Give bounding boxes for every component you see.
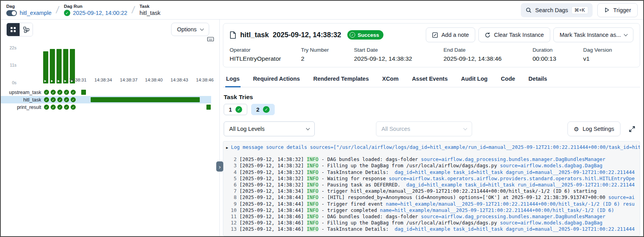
log-link[interactable]: source=ai [608,194,635,200]
success-check-icon[interactable]: ✓ [57,105,62,110]
breadcrumb-separator: / [131,4,135,16]
keyboard-shortcuts-icon[interactable] [207,37,214,42]
log-link[interactable]: source=airflow.task.operators.airflow.pr… [389,175,635,181]
log-link[interactable]: dag_id=hitl_example [394,226,450,232]
success-check-icon[interactable]: ✓ [44,90,49,95]
status-label: Success [358,32,379,38]
meta-label: Try Number [301,47,354,53]
meta-label: Start Date [354,47,443,53]
log-source-select[interactable]: All Sources [376,121,472,136]
log-line: 2[2025-09-12, 14:38:32] INFO - DAG bundl… [223,156,640,163]
log-viewer[interactable]: ▶ Log message source details sources=["/… [223,141,640,236]
log-link[interactable]: source=airflow.dag_processing.bundles.ma… [421,213,606,219]
trigger-button[interactable]: Trigger [597,3,638,17]
task-run-states: ✓✓✓✓✓ [43,90,78,95]
grid-toolbar: Options [1,20,219,36]
mark-task-instance-as-button[interactable]: Mark Task Instance as... [553,27,633,42]
tab-audit-log[interactable]: Audit Log [460,72,489,87]
tab-required-actions[interactable]: Required Actions [252,72,301,87]
gantt-bar[interactable] [91,97,200,102]
success-check-icon[interactable]: ✓ [44,97,49,102]
gantt-bar[interactable] [81,90,86,95]
log-link[interactable]: name=hitl_example/manual__2025-09-12T21:… [386,201,635,207]
success-check-icon[interactable]: ✓ [64,90,69,95]
meta-start-date: Start Date2025-09-12, 14:38:32 [354,47,443,62]
success-check-icon[interactable]: ✓ [51,97,56,102]
dag-pause-toggle[interactable] [6,10,17,16]
success-check-icon[interactable]: ✓ [51,90,56,95]
log-line-number: 13 [226,226,237,232]
meta-end-date: End Date2025-09-12, 14:38:46 [443,47,533,62]
log-link[interactable]: dagrun_id=manual__2025-09-12T21:00:22.21… [506,226,635,232]
tab-code[interactable]: Code [500,72,516,87]
expand-logs-button[interactable] [626,123,638,135]
log-line: 10[2025-09-12, 14:38:44] INFO - trigger … [223,207,640,213]
log-link[interactable]: source=airflow.models.dagbag.DagBag [500,220,602,226]
success-check-icon[interactable]: ✓ [64,105,69,110]
gantt-bar[interactable] [206,105,211,110]
tab-xcom[interactable]: XCom [381,72,400,87]
dag-run-label: Dag Run [64,4,128,9]
tab-asset-events[interactable]: Asset Events [411,72,449,87]
play-icon [604,7,610,13]
log-text [450,169,453,175]
grid-view-button[interactable] [7,23,20,36]
log-timestamp: [2025-09-12, 14:38:46] [239,220,307,226]
log-link[interactable]: source=airflow.models.dagbag.DagBag [500,163,602,168]
chevron-down-icon [624,32,628,36]
log-link[interactable]: source=airflow.dag_processing.bundles.ma… [421,156,606,162]
collapse-caret-icon[interactable]: ▶ [226,145,228,151]
task-row-upstream_task[interactable]: upstream_task✓✓✓✓✓ [1,89,211,96]
log-link[interactable]: dagrun_id=manual__2025-09-12T21:00:22.21… [506,169,635,175]
log-link[interactable]: name=hitl_example/manual__2025-09-12T21:… [380,207,614,213]
log-link[interactable]: dag_id=hitl_example [406,182,462,188]
tab-rendered-templates[interactable]: Rendered Templates [312,72,370,87]
log-timestamp: [2025-09-12, 14:38:32] [239,156,307,162]
success-check-icon[interactable]: ✓ [64,97,69,102]
success-check-icon[interactable]: ✓ [71,90,76,95]
dag-link[interactable]: hitl_example [20,10,51,16]
success-check-icon[interactable]: ✓ [71,97,76,102]
status-badge: ✓ Success [347,30,383,40]
log-settings-button[interactable]: ⚙ Log Settings [567,121,620,136]
success-check-icon[interactable]: ✓ [57,97,62,102]
search-dags-button[interactable]: Search Dags ⌘+K [521,3,593,17]
log-link[interactable]: task_id=hitl_task [453,169,503,175]
panel-resize-handle[interactable]: › [216,161,223,172]
task-row-hitl_task[interactable]: hitl_task✓✓✓✓✓ [1,96,211,103]
log-text: - trigger hitl_example/manual__2025-09-1… [318,188,597,194]
dag-run-link[interactable]: 2025-09-12, 14:00:22 [73,10,128,16]
success-check-icon[interactable]: ✓ [57,90,62,95]
log-link[interactable]: task_id=hitl_task [453,226,503,232]
task-row-label: print_result [1,105,43,110]
log-level-select[interactable]: All Log Levels [224,121,315,136]
try-2-button[interactable]: 2✓ [251,104,275,115]
graph-view-button[interactable] [20,23,33,36]
log-link[interactable]: task_id=hitl_task [465,182,514,188]
tab-logs[interactable]: Logs [225,72,241,87]
success-check-icon[interactable]: ✓ [44,105,49,110]
log-line: 9[2025-09-12, 14:38:44] INFO - Trigger f… [223,201,640,207]
log-group-header[interactable]: ▶ Log message source details sources=["/… [223,144,640,151]
task-row-print_result[interactable]: print_result✓✓✓✓✓ [1,103,211,111]
log-filters: All Log Levels All Sources ⚙ Log Setting… [223,121,640,136]
add-note-button[interactable]: Add a note [426,27,475,42]
try-1-button[interactable]: 1✓ [224,104,247,115]
log-line-number: 9 [226,201,237,207]
log-link[interactable]: run_id=manual__2025-09-12T21:00:22.21144 [518,182,635,188]
log-link[interactable]: dag_id=hitl_example [394,169,450,175]
meta-label: End Date [443,47,533,53]
detail-tabs: LogsRequired ActionsRendered TemplatesXC… [223,72,640,87]
task-run-states: ✓✓✓✓✓ [43,97,78,102]
tab-details[interactable]: Details [528,72,548,87]
success-check-icon[interactable]: ✓ [51,105,56,110]
task-tries-heading: Task Tries [223,94,640,101]
options-label: Options [177,26,197,33]
options-button[interactable]: Options [171,23,209,36]
clear-task-instance-button[interactable]: Clear Task Instance [478,27,550,42]
breadcrumb-dag: Dag hitl_example [6,4,51,16]
log-line-number: 5 [226,175,237,182]
success-check-icon[interactable]: ✓ [71,105,76,110]
log-text: - TaskInstance Details: [318,169,394,175]
log-line-number: 8 [226,194,237,201]
